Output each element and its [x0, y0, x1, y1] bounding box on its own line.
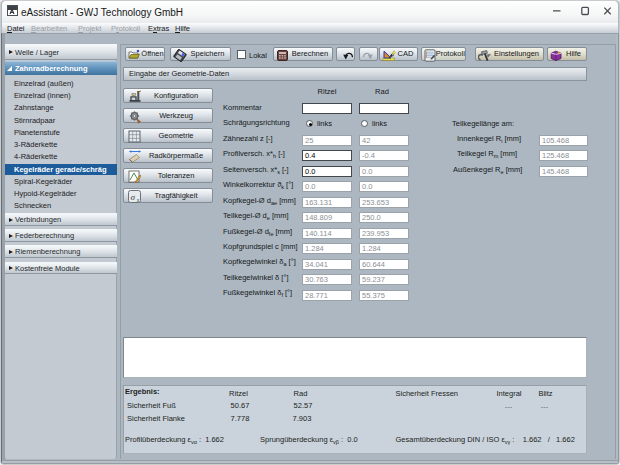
- svg-text:x: x: [136, 197, 140, 203]
- svg-text:σ: σ: [131, 192, 136, 202]
